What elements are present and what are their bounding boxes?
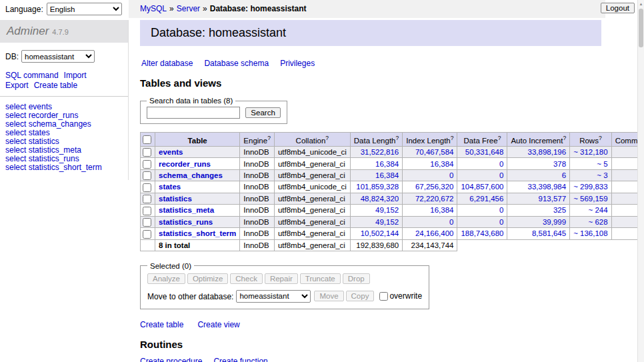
index-length-cell: 24,166,400 <box>403 228 457 239</box>
table-name-link[interactable]: states <box>159 183 181 191</box>
move-row: Move to other database:homeassistantMove… <box>147 290 422 303</box>
db-nav-link[interactable]: Privileges <box>280 59 315 68</box>
create-link[interactable]: Create view <box>197 320 239 329</box>
row-checkbox[interactable] <box>143 230 151 239</box>
table-name-link[interactable]: recorder_runs <box>159 160 211 168</box>
help-icon: ? <box>451 135 454 141</box>
data-length-cell: 49,152 <box>350 216 402 227</box>
move-label: Move to other database: <box>147 291 233 301</box>
column-header: Rows? <box>570 133 611 147</box>
totals-empty-cell <box>141 239 155 251</box>
table-row: states InnoDB utf8mb4_unicode_ci 101,859… <box>141 181 644 193</box>
select-all-checkbox[interactable] <box>143 135 151 144</box>
sidebar: Adminer4.7.9 DB:homeassistant SQL comman… <box>0 20 129 180</box>
rows-count-cell: ~ 312,180 <box>570 146 611 157</box>
help-icon: ? <box>267 135 271 141</box>
sidebar-select-table-link[interactable]: select statistics_short_term <box>5 163 123 172</box>
row-checkbox-cell <box>141 193 155 204</box>
move-db-select[interactable]: homeassistant <box>236 290 311 303</box>
language-label: Language: <box>5 5 43 14</box>
header-checkbox-cell <box>141 133 155 147</box>
table-name-cell: statistics_runs <box>155 216 240 227</box>
row-checkbox[interactable] <box>143 207 151 215</box>
row-checkbox[interactable] <box>143 183 151 192</box>
sidebar-action-link[interactable]: Create table <box>34 81 77 90</box>
help-icon: ? <box>563 135 566 141</box>
selected-legend: Selected (0) <box>147 262 194 270</box>
move-button[interactable]: Move <box>314 291 343 301</box>
rows-count-cell: ~ 299,833 <box>570 181 611 193</box>
table-name-link[interactable]: statistics_short_term <box>159 229 236 237</box>
data-free-cell: 104,857,600 <box>457 181 507 193</box>
auto-increment-cell: 325 <box>507 205 570 216</box>
auto-increment-cell: 378 <box>507 158 570 169</box>
collation-cell: utf8mb4_general_ci <box>274 205 350 216</box>
totals-row: 8 in total InnoDB utf8mb4_general_ci 192… <box>141 239 644 251</box>
routine-links: Create procedureCreate function <box>140 357 601 362</box>
app-title: Adminer4.7.9 <box>0 20 128 43</box>
auto-increment-cell: 39,999 <box>507 216 570 227</box>
help-icon: ? <box>599 135 602 141</box>
help-icon: ? <box>498 135 501 141</box>
table-name-link[interactable]: statistics_meta <box>159 206 214 214</box>
column-header: Index Length? <box>403 133 457 147</box>
table-name-link[interactable]: statistics <box>159 195 192 203</box>
logout-button[interactable]: Logout <box>601 3 635 13</box>
scroll-up-icon[interactable]: ▲ <box>638 1 644 7</box>
top-bar: Language: English MySQL»Server»Database:… <box>0 0 637 18</box>
breadcrumb-link[interactable]: MySQL <box>140 4 167 13</box>
row-checkbox[interactable] <box>143 171 151 180</box>
rows-count-cell: ~ 136,108 <box>570 228 611 239</box>
breadcrumb-current: Database: homeassistant <box>210 4 307 13</box>
routine-link[interactable]: Create procedure <box>140 357 202 362</box>
search-button[interactable]: Search <box>245 107 280 118</box>
table-name-link[interactable]: events <box>159 148 183 156</box>
index-length-cell: 70,467,584 <box>403 146 457 157</box>
sidebar-action-link[interactable]: SQL command <box>5 71 59 80</box>
row-checkbox[interactable] <box>143 160 151 169</box>
column-header: Data Length? <box>350 133 402 147</box>
row-checkbox[interactable] <box>143 148 151 157</box>
sidebar-action-link[interactable]: Export <box>5 81 29 90</box>
language-select[interactable]: English <box>47 3 122 15</box>
search-fieldset: Search data in tables (8) Search <box>140 97 287 124</box>
db-nav-link[interactable]: Alter database <box>141 59 193 68</box>
vertical-scrollbar[interactable]: ▲ <box>637 0 644 362</box>
copy-button[interactable]: Copy <box>346 291 375 301</box>
overwrite-checkbox[interactable] <box>379 292 388 301</box>
selected-action-button[interactable]: Check <box>230 273 263 284</box>
row-checkbox[interactable] <box>143 218 151 227</box>
breadcrumb-link[interactable]: Server <box>177 4 200 13</box>
tables-overview-table: TableEngine?Collation?Data Length?Index … <box>140 132 644 251</box>
db-select[interactable]: homeassistant <box>21 50 95 63</box>
selected-action-button[interactable]: Optimize <box>187 273 228 284</box>
row-checkbox[interactable] <box>143 195 151 203</box>
engine-cell: InnoDB <box>240 228 275 239</box>
table-name-link[interactable]: schema_changes <box>159 171 223 179</box>
routine-link[interactable]: Create function <box>213 357 267 362</box>
column-header: Table <box>155 133 240 147</box>
search-legend: Search data in tables (8) <box>147 97 235 105</box>
breadcrumb-separator: » <box>169 4 174 13</box>
table-name-link[interactable]: statistics_runs <box>159 218 213 226</box>
db-nav-link[interactable]: Database schema <box>204 59 269 68</box>
row-checkbox-cell <box>141 216 155 227</box>
data-length-cell: 16,384 <box>350 169 402 181</box>
selected-action-button[interactable]: Analyze <box>147 273 185 284</box>
selected-action-button[interactable]: Truncate <box>300 273 341 284</box>
auto-increment-cell: 913,577 <box>507 193 570 204</box>
selected-action-button[interactable]: Repair <box>265 273 298 284</box>
table-row: statistics InnoDB utf8mb4_general_ci 48,… <box>141 193 644 204</box>
create-link[interactable]: Create table <box>140 320 183 329</box>
totals-blank <box>457 239 644 251</box>
selected-action-button[interactable]: Drop <box>343 273 370 284</box>
sidebar-action-link[interactable]: Import <box>64 71 87 80</box>
data-length-cell: 49,152 <box>350 205 402 216</box>
rows-count-cell: ~ 3 <box>570 169 611 181</box>
scrollbar-thumb[interactable] <box>639 9 643 47</box>
breadcrumb-separator: » <box>203 4 207 13</box>
main-content: Database: homeassistant Alter databaseDa… <box>140 20 601 362</box>
search-input[interactable] <box>147 107 240 119</box>
data-free-cell: 50,331,648 <box>457 146 507 157</box>
table-row: schema_changes InnoDB utf8mb4_general_ci… <box>141 169 644 181</box>
